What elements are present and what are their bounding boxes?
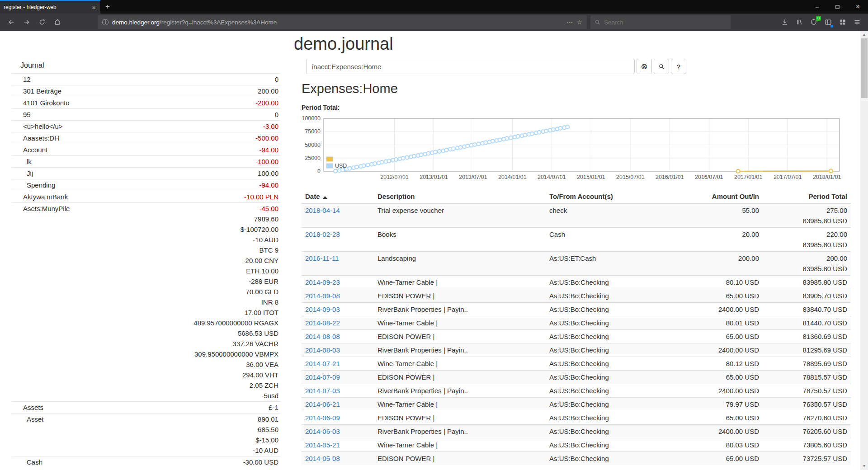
period-total-chart[interactable]: 2012/07/012013/01/012013/07/012014/01/01… [302, 112, 851, 183]
sidebar-account-link[interactable]: lk [11, 156, 32, 167]
register-date-link[interactable]: 2014-07-21 [305, 360, 340, 367]
register-row[interactable]: 2014-08-22Wine-Tarner Cable |As:US:Bo:Ch… [302, 316, 851, 330]
register-row[interactable]: 2014-06-03RiverBank Properties | Payin..… [302, 425, 851, 438]
reload-icon[interactable] [34, 15, 50, 29]
search-button[interactable] [654, 59, 669, 74]
window-maximize-icon[interactable] [827, 0, 848, 14]
sidebar-account-link[interactable]: Assets [11, 402, 43, 413]
register-row[interactable]: 2014-09-03RiverBank Properties | Payin..… [302, 303, 851, 316]
register-period-total: 83985.80 USD [763, 276, 851, 289]
register-amount: 65.00 USD [681, 452, 763, 465]
register-row[interactable]: 2016-11-11LandscapingAs:US:ET:Cash200.00… [302, 252, 851, 276]
library-icon[interactable] [792, 15, 807, 29]
column-header-date[interactable]: Date [302, 190, 374, 203]
column-header-description: Description [374, 190, 546, 203]
sidebar-toggle-icon[interactable] [821, 15, 835, 29]
sidebar-account-link[interactable]: Aktywa:mBank [11, 192, 68, 202]
svg-text:2016/07/01: 2016/07/01 [695, 174, 723, 180]
page-actions-icon[interactable]: ⋯ [566, 19, 573, 26]
register-date-link[interactable]: 2018-02-28 [305, 230, 340, 238]
register-row[interactable]: 2014-05-08EDISON POWER |As:US:Bo:Checkin… [302, 452, 851, 465]
sidebar-account-link[interactable]: Asset [11, 414, 44, 456]
register-date-link[interactable]: 2014-06-03 [305, 428, 340, 435]
url-bar[interactable]: i demo.hledger.org/register?q=inacct%3AE… [98, 15, 587, 29]
scroll-down-icon[interactable]: ▼ [860, 462, 868, 470]
register-row[interactable]: 2014-06-09EDISON POWER |As:US:Bo:Checkin… [302, 411, 851, 425]
register-row[interactable]: 2014-09-23Wine-Tarner Cable |As:US:Bo:Ch… [302, 276, 851, 289]
register-date-link[interactable]: 2014-09-03 [305, 306, 340, 313]
register-row[interactable]: 2018-02-28BooksCash20.00220.0083985.80 U… [302, 228, 851, 252]
scrollbar-thumb[interactable] [861, 38, 868, 98]
extension-icon[interactable]: 0 [807, 15, 821, 29]
register-amount: 80.01 USD [681, 316, 763, 330]
register-date-link[interactable]: 2016-11-11 [305, 254, 339, 262]
sidebar-account-link[interactable]: Jij [11, 168, 33, 179]
notification-dot [830, 25, 833, 28]
register-date-link[interactable]: 2014-08-22 [305, 319, 340, 327]
register-date-link[interactable]: 2018-04-14 [305, 207, 340, 214]
home-icon[interactable] [50, 15, 65, 29]
register-row[interactable]: 2014-05-21Wine-Tarner Cable |As:US:Bo:Ch… [302, 438, 851, 452]
sidebar-account-balance: 0 [275, 74, 278, 85]
register-row[interactable]: 2018-04-14Trial expense vouchercheck55.0… [302, 203, 851, 228]
register-date-link[interactable]: 2014-09-23 [305, 278, 340, 286]
tab-close-icon[interactable]: × [91, 4, 97, 11]
sidebar-account-link[interactable]: 12 [11, 74, 31, 85]
register-row[interactable]: 2014-07-21Wine-Tarner Cable |As:US:Bo:Ch… [302, 357, 851, 371]
browser-tab[interactable]: register - hledger-web × [0, 0, 100, 14]
register-row[interactable]: 2014-09-08EDISON POWER |As:US:Bo:Checkin… [302, 289, 851, 303]
register-date-link[interactable]: 2014-08-08 [305, 333, 340, 340]
window-close-icon[interactable]: × [848, 0, 868, 14]
register-date-link[interactable]: 2014-06-21 [305, 400, 340, 408]
register-date-link[interactable]: 2014-05-08 [305, 455, 340, 462]
sidebar-account-balance: -3.00 [263, 121, 278, 132]
register-row[interactable]: 2014-07-03RiverBank Properties | Payin..… [302, 384, 851, 398]
window-minimize-icon[interactable] [807, 0, 827, 14]
download-icon[interactable] [778, 15, 792, 29]
register-date-link[interactable]: 2014-05-21 [305, 441, 340, 449]
sidebar-account-link[interactable]: 4101 Girokonto [11, 98, 70, 108]
register-date-link[interactable]: 2014-08-03 [305, 346, 340, 354]
sidebar-account-balance: 100.00 [258, 168, 278, 179]
register-amount: 200.00 [681, 252, 763, 276]
query-input[interactable] [306, 59, 635, 74]
browser-search-bar[interactable] [590, 15, 731, 29]
sidebar-account-link[interactable]: Aaasets:DH [11, 133, 59, 143]
svg-text:50000: 50000 [305, 142, 321, 148]
sidebar-account-link[interactable]: Spending [11, 180, 55, 190]
sidebar-account-row: Asset890.01685.50$-15.00-10 AUD [11, 413, 281, 456]
register-row[interactable]: 2014-08-08EDISON POWER |As:US:Bo:Checkin… [302, 330, 851, 343]
register-row[interactable]: 2014-08-03RiverBank Properties | Payin..… [302, 343, 851, 357]
register-date-link[interactable]: 2014-07-09 [305, 373, 340, 381]
url-host: demo.hledger.org [112, 19, 160, 26]
page-info-icon[interactable]: i [102, 19, 108, 25]
column-header-period-total: Period Total [763, 190, 851, 203]
apps-icon[interactable] [835, 15, 850, 29]
column-header-account: To/From Account(s) [546, 190, 681, 203]
clear-query-button[interactable]: ⊗ [637, 59, 652, 74]
register-row[interactable]: 2014-06-21Wine-Tarner Cable |As:US:Bo:Ch… [302, 398, 851, 411]
scroll-up-icon[interactable]: ▲ [860, 31, 868, 38]
forward-icon[interactable] [19, 15, 34, 29]
register-row[interactable]: 2014-07-09EDISON POWER |As:US:Bo:Checkin… [302, 371, 851, 384]
sidebar-account-link[interactable]: Cash [11, 457, 42, 470]
menu-icon[interactable] [850, 15, 864, 29]
vertical-scrollbar[interactable]: ▲ ▼ [860, 31, 868, 470]
register-date-link[interactable]: 2014-09-08 [305, 292, 340, 300]
sidebar-account-link[interactable]: 95 [11, 109, 31, 120]
sidebar-journal-link[interactable]: Journal [11, 60, 281, 73]
browser-search-input[interactable] [604, 19, 726, 26]
sidebar-account-link[interactable]: Account [11, 145, 47, 155]
new-tab-button[interactable]: + [100, 0, 115, 14]
register-date-link[interactable]: 2014-07-03 [305, 387, 340, 395]
sidebar-account-link[interactable]: 301 Beiträge [11, 86, 61, 96]
sidebar-account-link[interactable]: <u>hello</u> [11, 121, 63, 132]
register-amount: 20.00 [681, 228, 763, 252]
back-icon[interactable] [4, 15, 19, 29]
accounts-sidebar: Journal 120301 Beiträge200.004101 Giroko… [11, 60, 281, 470]
register-description: RiverBank Properties | Payin.. [374, 303, 546, 316]
register-date-link[interactable]: 2014-06-09 [305, 414, 340, 422]
help-button[interactable]: ? [671, 59, 686, 74]
sidebar-account-link[interactable]: Asets:MunyPile [11, 203, 70, 401]
bookmark-star-icon[interactable]: ☆ [576, 19, 582, 26]
